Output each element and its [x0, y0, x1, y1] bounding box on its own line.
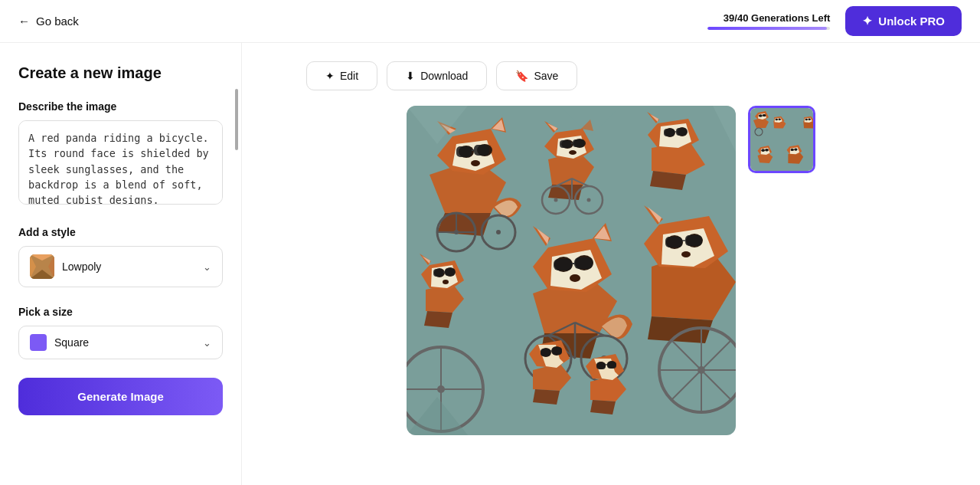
- content-area: ✦ Edit ⬇ Download 🔖 Save: [242, 43, 980, 485]
- svg-rect-17: [474, 145, 489, 156]
- svg-rect-164: [765, 149, 768, 152]
- svg-rect-156: [805, 119, 808, 120]
- svg-rect-123: [607, 362, 616, 369]
- style-chevron-icon: ⌄: [203, 261, 211, 273]
- svg-rect-35: [560, 140, 571, 148]
- svg-point-25: [496, 230, 501, 234]
- svg-marker-117: [590, 400, 616, 415]
- svg-rect-122: [596, 362, 606, 369]
- svg-rect-142: [763, 114, 766, 116]
- image-area: [263, 106, 959, 435]
- save-button[interactable]: 🔖 Save: [496, 61, 577, 90]
- svg-rect-55: [676, 128, 687, 136]
- svg-point-38: [569, 150, 577, 155]
- svg-rect-149: [776, 119, 778, 120]
- describe-label: Describe the image: [18, 100, 223, 113]
- generations-text: 39/40 Generations Left: [724, 12, 830, 24]
- svg-rect-79: [554, 259, 572, 270]
- unlock-pro-button[interactable]: ✦ Unlock PRO: [845, 6, 962, 36]
- svg-rect-16: [456, 146, 472, 157]
- thumbnail-svg: [750, 108, 815, 173]
- back-button[interactable]: ← Go back: [18, 15, 79, 28]
- svg-rect-150: [779, 119, 781, 120]
- sidebar: Create a new image Describe the image A …: [0, 43, 242, 485]
- svg-point-102: [681, 251, 691, 257]
- svg-point-68: [443, 280, 449, 284]
- generate-button[interactable]: Generate Image: [18, 378, 223, 415]
- textarea-wrap: A red panda riding a bicycle. Its round …: [18, 120, 223, 208]
- style-select-left: Lowpoly: [30, 254, 101, 279]
- size-thumb: [30, 334, 47, 351]
- download-label: Download: [420, 70, 468, 82]
- style-thumb-svg: [30, 254, 54, 279]
- svg-rect-54: [664, 129, 675, 136]
- download-icon: ⬇: [406, 70, 415, 82]
- svg-rect-114: [552, 347, 562, 355]
- thumbnail-strip: [748, 106, 815, 173]
- main-image-svg: [407, 106, 736, 435]
- style-select[interactable]: Lowpoly ⌄: [18, 246, 223, 287]
- style-select-wrap: Lowpoly ⌄: [18, 246, 223, 287]
- style-value: Lowpoly: [62, 261, 101, 273]
- edit-label: Edit: [340, 70, 358, 82]
- svg-rect-66: [445, 268, 455, 276]
- unlock-label: Unlock PRO: [878, 15, 945, 28]
- svg-point-19: [471, 160, 480, 166]
- style-label: Add a style: [18, 226, 223, 238]
- edit-icon: ✦: [325, 70, 335, 82]
- svg-rect-171: [794, 149, 797, 151]
- size-select-wrap: Square ⌄: [18, 326, 223, 359]
- svg-rect-163: [761, 149, 764, 152]
- size-chevron-icon: ⌄: [203, 337, 211, 349]
- size-select[interactable]: Square ⌄: [18, 326, 223, 359]
- svg-rect-170: [791, 149, 794, 151]
- header: ← Go back 39/40 Generations Left ✦ Unloc…: [0, 0, 980, 43]
- svg-rect-80: [574, 257, 593, 269]
- main-image: [407, 106, 736, 435]
- svg-marker-92: [648, 316, 713, 343]
- svg-rect-113: [541, 349, 550, 356]
- generate-label: Generate Image: [77, 390, 164, 403]
- scrollbar[interactable]: [235, 89, 238, 150]
- header-right: 39/40 Generations Left ✦ Unlock PRO: [707, 6, 962, 36]
- edit-button[interactable]: ✦ Edit: [306, 61, 377, 90]
- back-label: Go back: [36, 15, 79, 28]
- star-icon: ✦: [862, 14, 872, 28]
- svg-rect-141: [759, 115, 762, 117]
- toolbar: ✦ Edit ⬇ Download 🔖 Save: [306, 61, 577, 90]
- size-label: Pick a size: [18, 306, 223, 318]
- describe-input[interactable]: A red panda riding a bicycle. Its round …: [18, 120, 223, 205]
- svg-marker-108: [533, 389, 560, 405]
- svg-rect-65: [433, 269, 443, 277]
- generations-suffix: Generations Left: [751, 12, 830, 24]
- save-icon: 🔖: [515, 70, 528, 82]
- size-value: Square: [54, 336, 89, 349]
- progress-bar: [707, 27, 830, 30]
- save-label: Save: [534, 70, 558, 82]
- progress-bar-fill: [707, 27, 827, 30]
- size-select-left: Square: [30, 334, 89, 351]
- svg-rect-157: [808, 119, 811, 120]
- back-arrow-icon: ←: [18, 15, 30, 28]
- svg-point-42: [587, 198, 591, 202]
- main-layout: Create a new image Describe the image A …: [0, 43, 980, 485]
- svg-rect-100: [685, 235, 702, 246]
- page-title: Create a new image: [18, 64, 223, 82]
- generations-left: 39/40 Generations Left: [707, 12, 830, 30]
- svg-point-82: [570, 274, 580, 282]
- svg-rect-36: [573, 139, 584, 147]
- svg-point-40: [554, 198, 558, 202]
- svg-rect-99: [665, 237, 682, 247]
- svg-marker-58: [424, 311, 452, 328]
- style-thumb: [30, 254, 54, 279]
- download-button[interactable]: ⬇ Download: [387, 61, 487, 90]
- thumbnail-1[interactable]: [748, 106, 815, 173]
- generations-count: 39/40: [724, 12, 749, 24]
